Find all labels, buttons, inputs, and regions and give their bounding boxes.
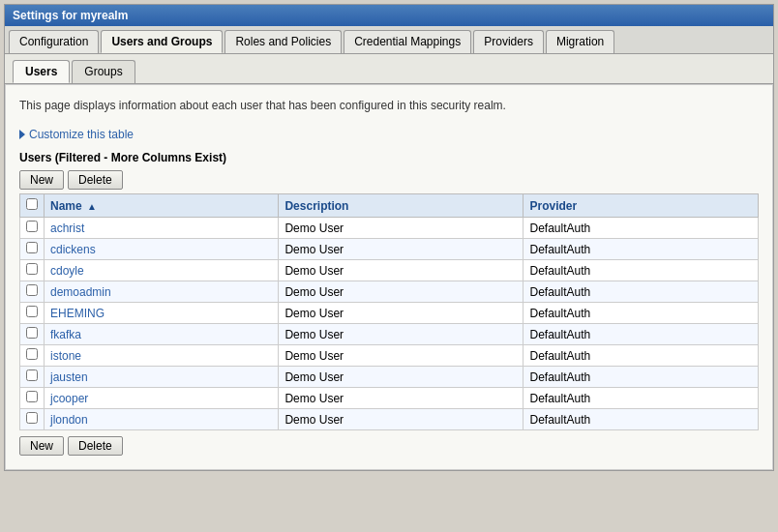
users-table: Name ▲ Description Provider achristDemo … bbox=[19, 193, 759, 430]
user-name-link[interactable]: jcooper bbox=[50, 392, 88, 405]
row-checkbox-cell bbox=[20, 260, 45, 281]
user-name-link[interactable]: achrist bbox=[50, 222, 84, 235]
user-name-cell: EHEMING bbox=[45, 303, 279, 324]
section-title: Users (Filtered - More Columns Exist) bbox=[19, 151, 759, 164]
user-description-cell: Demo User bbox=[279, 367, 524, 388]
table-row: achristDemo UserDefaultAuth bbox=[20, 218, 759, 239]
user-provider-cell: DefaultAuth bbox=[524, 239, 759, 260]
content-area: Users Groups This page displays informat… bbox=[5, 54, 773, 470]
sort-icon: ▲ bbox=[87, 201, 97, 212]
row-checkbox[interactable] bbox=[26, 369, 38, 381]
row-checkbox-cell bbox=[20, 281, 45, 303]
row-checkbox[interactable] bbox=[26, 263, 38, 275]
user-provider-cell: DefaultAuth bbox=[524, 367, 759, 388]
bottom-btn-bar: New Delete bbox=[19, 436, 759, 456]
user-name-link[interactable]: EHEMING bbox=[50, 307, 105, 320]
delete-button-top[interactable]: Delete bbox=[68, 170, 123, 190]
row-checkbox[interactable] bbox=[26, 221, 38, 232]
info-text: This page displays information about eac… bbox=[19, 95, 759, 116]
row-checkbox-cell bbox=[20, 303, 45, 324]
user-provider-cell: DefaultAuth bbox=[524, 218, 759, 239]
user-name-link[interactable]: demoadmin bbox=[50, 285, 111, 299]
table-row: EHEMINGDemo UserDefaultAuth bbox=[20, 303, 759, 324]
row-checkbox[interactable] bbox=[26, 306, 38, 317]
main-tab-bar: Configuration Users and Groups Roles and… bbox=[5, 26, 773, 54]
user-provider-cell: DefaultAuth bbox=[524, 345, 759, 367]
tab-credential-mappings[interactable]: Credential Mappings bbox=[344, 30, 471, 53]
row-checkbox-cell bbox=[20, 324, 45, 345]
user-name-link[interactable]: jlondon bbox=[50, 413, 88, 427]
select-all-checkbox[interactable] bbox=[26, 198, 38, 210]
tab-content-users: This page displays information about eac… bbox=[5, 84, 773, 470]
user-description-cell: Demo User bbox=[279, 260, 524, 281]
row-checkbox[interactable] bbox=[26, 284, 38, 296]
table-row: jlondonDemo UserDefaultAuth bbox=[20, 409, 759, 430]
user-provider-cell: DefaultAuth bbox=[524, 409, 759, 430]
name-column-header[interactable]: Name ▲ bbox=[45, 194, 279, 218]
row-checkbox[interactable] bbox=[26, 412, 38, 424]
customize-table-link[interactable]: Customize this table bbox=[19, 128, 759, 141]
tab-users-and-groups[interactable]: Users and Groups bbox=[101, 30, 223, 53]
user-name-link[interactable]: fkafka bbox=[50, 328, 81, 341]
customize-table-label: Customize this table bbox=[29, 128, 134, 141]
user-provider-cell: DefaultAuth bbox=[524, 281, 759, 303]
row-checkbox-cell bbox=[20, 239, 45, 260]
user-provider-cell: DefaultAuth bbox=[524, 388, 759, 409]
new-button-bottom[interactable]: New bbox=[19, 436, 64, 456]
table-row: cdickensDemo UserDefaultAuth bbox=[20, 239, 759, 260]
sub-tab-groups[interactable]: Groups bbox=[72, 60, 135, 83]
delete-button-bottom[interactable]: Delete bbox=[68, 436, 123, 456]
row-checkbox-cell bbox=[20, 345, 45, 367]
table-row: istoneDemo UserDefaultAuth bbox=[20, 345, 759, 367]
window-title: Settings for myrealm bbox=[5, 5, 773, 26]
row-checkbox[interactable] bbox=[26, 242, 38, 253]
table-row: jcooperDemo UserDefaultAuth bbox=[20, 388, 759, 409]
user-name-cell: istone bbox=[45, 345, 279, 367]
user-name-link[interactable]: istone bbox=[50, 349, 81, 363]
sub-tab-bar: Users Groups bbox=[5, 54, 773, 84]
user-provider-cell: DefaultAuth bbox=[524, 324, 759, 345]
user-name-cell: jcooper bbox=[45, 388, 279, 409]
row-checkbox[interactable] bbox=[26, 327, 38, 339]
user-name-link[interactable]: cdickens bbox=[50, 243, 96, 256]
user-provider-cell: DefaultAuth bbox=[524, 260, 759, 281]
table-row: fkafkaDemo UserDefaultAuth bbox=[20, 324, 759, 345]
user-name-cell: jausten bbox=[45, 367, 279, 388]
top-btn-bar: New Delete bbox=[19, 170, 759, 190]
row-checkbox[interactable] bbox=[26, 391, 38, 402]
customize-arrow-icon bbox=[19, 130, 25, 139]
user-description-cell: Demo User bbox=[279, 303, 524, 324]
table-row: jaustenDemo UserDefaultAuth bbox=[20, 367, 759, 388]
user-description-cell: Demo User bbox=[279, 388, 524, 409]
user-description-cell: Demo User bbox=[279, 218, 524, 239]
row-checkbox-cell bbox=[20, 218, 45, 239]
user-description-cell: Demo User bbox=[279, 281, 524, 303]
table-row: demoadminDemo UserDefaultAuth bbox=[20, 281, 759, 303]
user-name-cell: achrist bbox=[45, 218, 279, 239]
user-name-cell: fkafka bbox=[45, 324, 279, 345]
user-name-cell: cdoyle bbox=[45, 260, 279, 281]
user-name-cell: cdickens bbox=[45, 239, 279, 260]
user-name-cell: jlondon bbox=[45, 409, 279, 430]
description-column-header[interactable]: Description bbox=[279, 194, 524, 218]
table-row: cdoyleDemo UserDefaultAuth bbox=[20, 260, 759, 281]
user-name-link[interactable]: jausten bbox=[50, 370, 88, 384]
row-checkbox-cell bbox=[20, 367, 45, 388]
tab-migration[interactable]: Migration bbox=[546, 30, 614, 53]
user-name-cell: demoadmin bbox=[45, 281, 279, 303]
row-checkbox[interactable] bbox=[26, 348, 38, 360]
tab-providers[interactable]: Providers bbox=[473, 30, 544, 53]
provider-column-header[interactable]: Provider bbox=[524, 194, 759, 218]
tab-configuration[interactable]: Configuration bbox=[9, 30, 99, 53]
row-checkbox-cell bbox=[20, 388, 45, 409]
user-description-cell: Demo User bbox=[279, 345, 524, 367]
row-checkbox-cell bbox=[20, 409, 45, 430]
user-description-cell: Demo User bbox=[279, 324, 524, 345]
select-all-header[interactable] bbox=[20, 194, 45, 218]
settings-window: Settings for myrealm Configuration Users… bbox=[4, 4, 774, 471]
new-button-top[interactable]: New bbox=[19, 170, 64, 190]
user-name-link[interactable]: cdoyle bbox=[50, 264, 84, 278]
tab-roles-and-policies[interactable]: Roles and Policies bbox=[224, 30, 342, 53]
user-description-cell: Demo User bbox=[279, 239, 524, 260]
sub-tab-users[interactable]: Users bbox=[13, 60, 70, 83]
